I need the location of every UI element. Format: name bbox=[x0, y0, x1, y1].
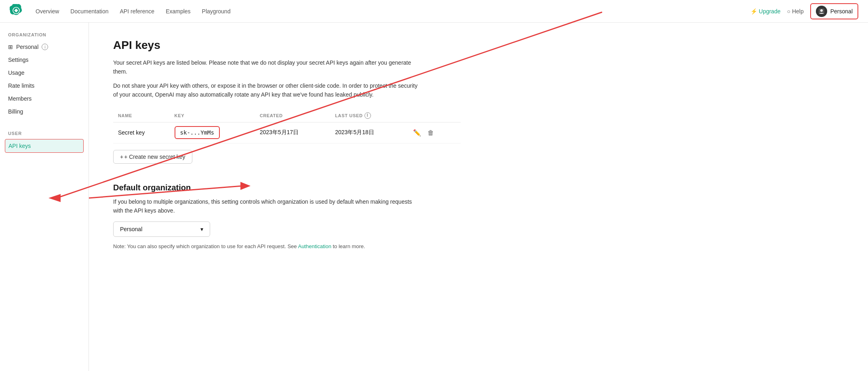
sidebar: ORGANIZATION ⊞ Personal i Settings Usage… bbox=[0, 23, 89, 371]
default-org-title: Default organization bbox=[113, 183, 844, 192]
building-icon: ⊞ bbox=[8, 44, 13, 50]
topnav-links: Overview Documentation API reference Exa… bbox=[36, 8, 737, 15]
sidebar-item-billing[interactable]: Billing bbox=[0, 105, 88, 118]
col-header-last-used: LAST USED i bbox=[330, 109, 406, 122]
create-btn-label: + Create new secret key bbox=[124, 154, 185, 160]
help-circle-icon: ○ bbox=[787, 8, 790, 15]
table-row: Secret key sk-...YmMs 2023年5月17日 2023年5月… bbox=[113, 122, 461, 143]
lightning-icon: ⚡ bbox=[750, 8, 757, 15]
key-last-used-cell: 2023年5月18日 bbox=[330, 122, 406, 143]
topnav-right: ⚡ Upgrade ○ Help Personal bbox=[750, 3, 858, 19]
sidebar-item-usage[interactable]: Usage bbox=[0, 66, 88, 79]
sidebar-item-api-keys[interactable]: API keys bbox=[5, 139, 84, 153]
user-section-label: USER bbox=[0, 131, 88, 136]
description-1: Your secret API keys are listed below. P… bbox=[113, 58, 420, 76]
overview-link[interactable]: Overview bbox=[36, 8, 59, 15]
org-select[interactable]: Personal ▾ bbox=[113, 221, 210, 237]
col-header-name: NAME bbox=[113, 109, 170, 122]
personal-label: Personal bbox=[830, 8, 853, 15]
chevron-down-icon: ▾ bbox=[200, 226, 203, 232]
playground-link[interactable]: Playground bbox=[202, 8, 231, 15]
note-text: Note: You can also specify which organiz… bbox=[113, 243, 420, 249]
create-secret-key-button[interactable]: + + Create new secret key bbox=[113, 150, 192, 164]
delete-key-button[interactable]: 🗑 bbox=[425, 129, 436, 137]
sidebar-item-personal[interactable]: ⊞ Personal i bbox=[0, 40, 88, 53]
col-header-key: KEY bbox=[170, 109, 255, 122]
key-value-cell: sk-...YmMs bbox=[170, 122, 255, 143]
help-button[interactable]: ○ Help bbox=[787, 8, 803, 15]
key-actions-cell: ✏️ 🗑 bbox=[406, 122, 461, 143]
plus-icon: + bbox=[120, 154, 123, 160]
col-header-created: CREATED bbox=[255, 109, 331, 122]
api-keys-table: NAME KEY CREATED LAST USED i Secret key bbox=[113, 109, 461, 143]
sidebar-item-settings[interactable]: Settings bbox=[0, 53, 88, 66]
key-name-cell: Secret key bbox=[113, 122, 170, 143]
examples-link[interactable]: Examples bbox=[166, 8, 190, 15]
api-reference-link[interactable]: API reference bbox=[120, 8, 155, 15]
edit-key-button[interactable]: ✏️ bbox=[411, 128, 423, 137]
logo[interactable] bbox=[10, 4, 23, 18]
default-org-desc: If you belong to multiple organizations,… bbox=[113, 197, 420, 215]
layout: ORGANIZATION ⊞ Personal i Settings Usage… bbox=[0, 23, 868, 371]
main-content: API keys Your secret API keys are listed… bbox=[89, 23, 868, 371]
avatar bbox=[816, 6, 827, 17]
documentation-link[interactable]: Documentation bbox=[70, 8, 108, 15]
authentication-link[interactable]: Authentication bbox=[298, 243, 331, 249]
org-section-label: ORGANIZATION bbox=[0, 32, 88, 37]
info-icon: i bbox=[42, 44, 48, 50]
page-title: API keys bbox=[113, 39, 844, 52]
key-created-cell: 2023年5月17日 bbox=[255, 122, 331, 143]
upgrade-button[interactable]: ⚡ Upgrade bbox=[750, 8, 781, 15]
svg-point-2 bbox=[820, 9, 823, 12]
last-used-info-icon: i bbox=[364, 112, 371, 119]
org-select-value: Personal bbox=[120, 226, 142, 232]
col-header-actions bbox=[406, 109, 461, 122]
sidebar-item-rate-limits[interactable]: Rate limits bbox=[0, 79, 88, 92]
sidebar-item-members[interactable]: Members bbox=[0, 92, 88, 105]
key-value: sk-...YmMs bbox=[175, 126, 220, 139]
personal-button[interactable]: Personal bbox=[810, 3, 858, 19]
description-2: Do not share your API key with others, o… bbox=[113, 81, 420, 99]
topnav: Overview Documentation API reference Exa… bbox=[0, 0, 868, 23]
